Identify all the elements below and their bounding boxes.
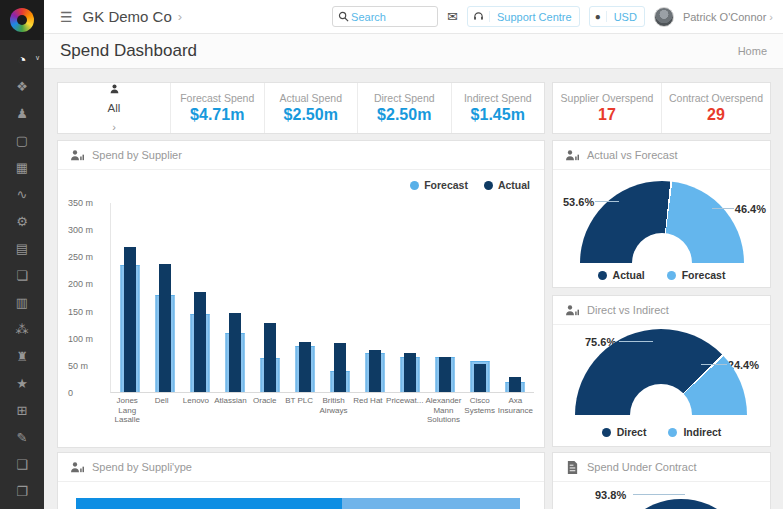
stacked-bar-segment[interactable]	[342, 498, 520, 509]
mail-icon[interactable]: ✉	[447, 9, 458, 24]
actual-bar[interactable]	[264, 323, 276, 392]
company-name[interactable]: GK Demo Co	[83, 8, 172, 25]
sidebar-item-layers[interactable]: ❏	[0, 262, 44, 289]
bar-group[interactable]	[361, 203, 388, 392]
actual-vs-forecast-gauge[interactable]	[580, 181, 744, 263]
user-chart-icon	[565, 304, 580, 317]
legend-entry[interactable]: Forecast	[410, 179, 468, 191]
sidebar-item-bank[interactable]: ♜	[0, 343, 44, 370]
bar-group[interactable]	[152, 203, 179, 392]
bar-group[interactable]	[431, 203, 458, 392]
supplier-filter[interactable]: All ›	[58, 83, 170, 133]
bar-group[interactable]	[396, 203, 423, 392]
legend-entry[interactable]: Indirect	[668, 426, 721, 438]
actual-bar[interactable]	[509, 377, 521, 392]
y-axis-tick: 200 m	[68, 279, 102, 289]
sidebar-item-suppliers[interactable]: ♟	[0, 100, 44, 127]
x-axis-label: Cisco Systems	[462, 396, 496, 425]
hamburger-menu-icon[interactable]: ☰	[60, 9, 73, 25]
kpi-direct-spend[interactable]: Direct Spend $2.50m	[357, 83, 451, 133]
file-invoice-icon: ❑	[16, 458, 28, 471]
panel-header: Direct vs Indirect	[553, 296, 770, 325]
bar-group[interactable]	[292, 203, 319, 392]
app-logo[interactable]	[0, 0, 44, 40]
legend-label: Forecast	[682, 269, 726, 281]
sidebar-item-favourites[interactable]: ★	[0, 370, 44, 397]
bar-group[interactable]	[222, 203, 249, 392]
legend-entry[interactable]: Actual	[484, 179, 530, 191]
sidebar-item-user-settings[interactable]: ⚙	[0, 208, 44, 235]
search-input[interactable]	[349, 10, 429, 24]
bar-group[interactable]	[327, 203, 354, 392]
sidebar-item-file-invoice[interactable]: ❑	[0, 451, 44, 478]
actual-bar[interactable]	[334, 343, 346, 392]
support-centre-button[interactable]: Support Centre	[467, 6, 580, 27]
actual-bar[interactable]	[194, 292, 206, 392]
archive-icon: ▥	[16, 296, 28, 309]
panel-title: Spend by Supplier	[92, 149, 182, 161]
search-box[interactable]	[332, 6, 438, 27]
top-bar: ☰ GK Demo Co › ✉ Support Centre ● USD	[44, 0, 783, 34]
x-axis-label: Alexander Mann Solutions	[424, 396, 462, 425]
headset-icon	[468, 11, 490, 22]
legend-entry[interactable]: Direct	[602, 426, 647, 438]
bar-group[interactable]	[257, 203, 284, 392]
sidebar-item-archive[interactable]: ▥	[0, 289, 44, 316]
sidebar-item-team[interactable]: ⁂	[0, 316, 44, 343]
stacked-bar-segment[interactable]	[76, 498, 342, 509]
actual-bar[interactable]	[474, 364, 486, 392]
actual-bar[interactable]	[159, 264, 171, 392]
actual-bar[interactable]	[299, 342, 311, 392]
y-axis-tick: 100 m	[68, 334, 102, 344]
actual-bar[interactable]	[229, 313, 241, 392]
kpi-contract-overspend[interactable]: Contract Overspend 29	[661, 83, 770, 133]
kpi-label: Forecast Spend	[180, 92, 254, 104]
supplier-chart: 350 m300 m250 m200 m150 m100 m50 m0 Jone…	[68, 203, 536, 435]
legend-entry[interactable]: Forecast	[667, 269, 726, 281]
legend-label: Actual	[498, 179, 530, 191]
sidebar-item-monitor[interactable]: ▢	[0, 127, 44, 154]
sidebar-item-apps-grid[interactable]: ▦	[0, 154, 44, 181]
actual-bar[interactable]	[369, 350, 381, 392]
kpi-actual-spend[interactable]: Actual Spend $2.50m	[264, 83, 358, 133]
kpi-forecast-spend[interactable]: Forecast Spend $4.71m	[170, 83, 264, 133]
user-settings-icon: ⚙	[16, 215, 28, 228]
user-menu[interactable]: Patrick O'Connor›	[683, 11, 773, 23]
callout-line	[701, 364, 727, 365]
legend-label: Actual	[613, 269, 645, 281]
legend-label: Forecast	[424, 179, 468, 191]
currency-button[interactable]: ● USD	[589, 6, 645, 27]
bar-group[interactable]	[117, 203, 144, 392]
breadcrumb-home[interactable]: Home	[738, 45, 767, 57]
direct-vs-indirect-gauge[interactable]	[575, 329, 747, 415]
bar-group[interactable]	[187, 203, 214, 392]
legend-entry[interactable]: Actual	[598, 269, 645, 281]
kpi-indirect-spend[interactable]: Indirect Spend $1.45m	[451, 83, 545, 133]
spend-under-contract-gauge[interactable]	[611, 499, 751, 509]
bar-group[interactable]	[501, 203, 528, 392]
supplier-bars	[110, 203, 534, 393]
sidebar-item-folders[interactable]: ❐	[0, 478, 44, 505]
sidebar-item-analytics[interactable]: ∿	[0, 181, 44, 208]
dvi-legend: DirectIndirect	[553, 426, 770, 438]
sidebar-item-file-chart[interactable]: ▤	[0, 235, 44, 262]
sidebar-item-file-signature[interactable]: ✎	[0, 424, 44, 451]
actual-bar[interactable]	[439, 357, 451, 392]
x-axis-label: Atlassian	[213, 396, 247, 425]
legend-label: Direct	[617, 426, 647, 438]
user-avatar[interactable]	[654, 7, 674, 27]
chevron-down-icon: ∨	[35, 54, 40, 62]
sidebar-item-calculator[interactable]: ⊞	[0, 397, 44, 424]
y-axis-tick: 300 m	[68, 225, 102, 235]
sidebar-item-network[interactable]: ❖	[0, 73, 44, 100]
bar-group[interactable]	[466, 203, 493, 392]
kpi-label: Contract Overspend	[669, 92, 763, 104]
search-icon	[338, 11, 349, 22]
actual-bar[interactable]	[404, 353, 416, 392]
kpi-supplier-overspend[interactable]: Supplier Overspend 17	[553, 83, 661, 133]
sidebar-item-dashboard[interactable]: ◔∨	[0, 46, 44, 73]
x-axis-label: Dell	[144, 396, 178, 425]
callout-line	[595, 201, 619, 202]
actual-bar[interactable]	[124, 247, 136, 392]
user-chart-icon	[70, 461, 85, 474]
